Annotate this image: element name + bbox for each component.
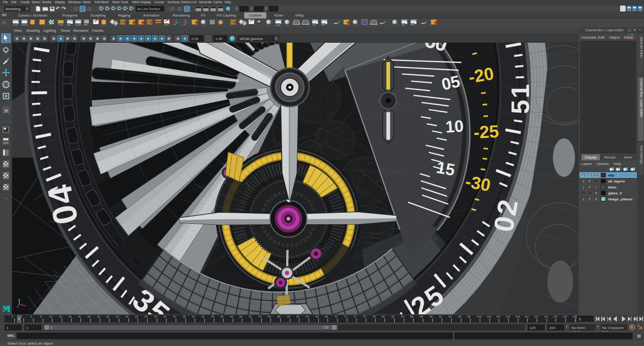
svg-text:51: 51	[506, 83, 535, 114]
svg-text:10: 10	[445, 116, 465, 136]
svg-text:05: 05	[440, 72, 462, 94]
svg-text:02: 02	[488, 196, 524, 234]
svg-text:-25: -25	[473, 122, 499, 142]
svg-text:y: y	[18, 299, 20, 302]
svg-text:15: 15	[435, 158, 457, 179]
